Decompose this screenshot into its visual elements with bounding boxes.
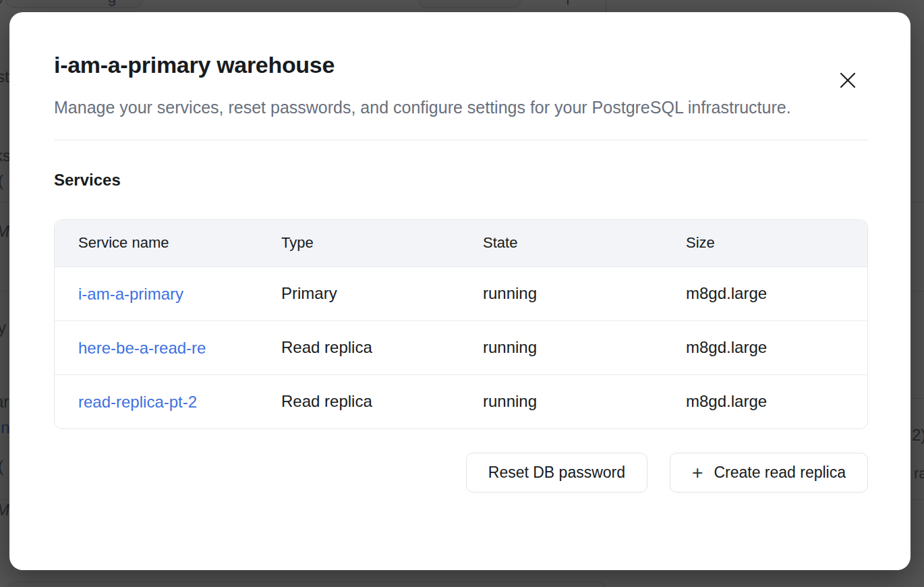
- service-state-cell: running: [459, 320, 662, 374]
- column-header-size: Size: [662, 220, 867, 267]
- service-type-cell: Read replica: [258, 374, 459, 428]
- table-header-row: Service name Type State Size: [55, 220, 867, 267]
- modal-description: Manage your services, reset passwords, a…: [54, 93, 830, 122]
- table-row: here-be-a-read-re Read replica running m…: [55, 320, 867, 374]
- column-header-state: State: [459, 220, 662, 267]
- service-size-cell: m8gd.large: [662, 374, 867, 428]
- close-button[interactable]: [838, 70, 858, 90]
- column-header-service-name: Service name: [55, 220, 258, 267]
- modal-actions: Reset DB password + Create read replica: [54, 453, 868, 493]
- service-size-cell: m8gd.large: [662, 267, 867, 320]
- service-name-link[interactable]: read-replica-pt-2: [78, 393, 197, 412]
- column-header-type: Type: [258, 220, 459, 267]
- reset-db-password-button[interactable]: Reset DB password: [466, 453, 647, 493]
- table-row: read-replica-pt-2 Read replica running m…: [55, 374, 867, 428]
- service-state-cell: running: [459, 267, 662, 320]
- divider: [54, 140, 868, 140]
- service-name-link[interactable]: i-am-a-primary: [78, 285, 183, 304]
- service-state-cell: running: [459, 374, 662, 428]
- services-table: Service name Type State Size i-am-a-prim…: [54, 219, 868, 429]
- plus-icon: +: [692, 464, 703, 482]
- close-icon: [839, 72, 857, 89]
- services-heading: Services: [54, 170, 868, 190]
- service-name-link[interactable]: here-be-a-read-re: [78, 339, 206, 358]
- service-type-cell: Read replica: [258, 320, 459, 374]
- create-read-replica-label: Create read replica: [714, 464, 846, 482]
- warehouse-modal: i-am-a-primary warehouse Manage your ser…: [9, 12, 911, 570]
- modal-title: i-am-a-primary warehouse: [54, 51, 868, 78]
- service-type-cell: Primary: [258, 267, 459, 320]
- table-row: i-am-a-primary Primary running m8gd.larg…: [55, 267, 867, 320]
- create-read-replica-button[interactable]: + Create read replica: [670, 453, 868, 493]
- reset-db-password-label: Reset DB password: [488, 464, 625, 482]
- service-size-cell: m8gd.large: [662, 320, 867, 374]
